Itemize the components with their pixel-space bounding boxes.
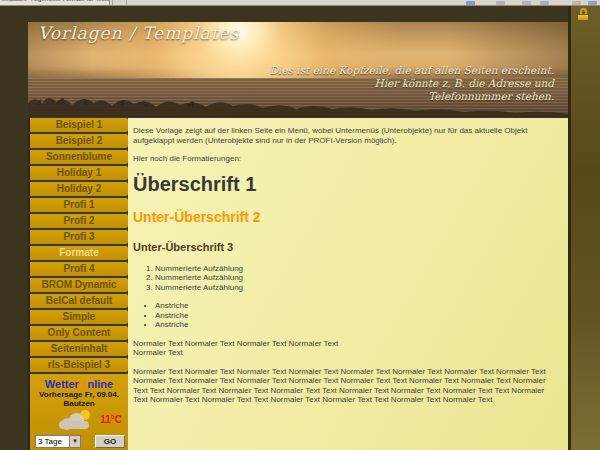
sidebar-item-profi-2[interactable]: Profi 2 — [28, 214, 128, 228]
bullet-list-item: Anstriche — [155, 311, 560, 321]
toolbar-divider — [126, 0, 127, 6]
city-label: Bautzen — [30, 399, 128, 408]
sidebar-item-only-content[interactable]: Only Content — [28, 326, 128, 340]
sidebar-item-profi-1[interactable]: Profi 1 — [28, 198, 128, 212]
normal-text-paragraph: Normaler Text Normaler Text Normaler Tex… — [133, 339, 560, 358]
toolbar-icon[interactable] — [572, 1, 581, 5]
wetteronline-logo[interactable]: WetterOnline — [30, 378, 128, 390]
tagline-line: Telefonnummer stehen. — [270, 90, 554, 103]
range-select-value: 3 Tage — [38, 437, 62, 446]
sidebar-item-holiday-2[interactable]: Holiday 2 — [28, 182, 128, 196]
heading-3: Unter-Überschrift 3 — [133, 241, 560, 254]
logo-text: Wetter — [45, 378, 79, 390]
sidebar-item-sonnenblume[interactable]: Sonnenblume — [28, 150, 128, 164]
toolbar-icon[interactable] — [466, 1, 475, 5]
lock-body — [577, 14, 589, 21]
weather-controls: 3 Tage ▼ GO — [35, 435, 127, 448]
content-right-edge — [568, 6, 571, 450]
cloud-part — [59, 421, 89, 429]
chevron-down-icon[interactable]: ▼ — [69, 436, 80, 447]
numbered-list-item: Nummerierte Aufzählung — [155, 283, 560, 293]
sidebar-item-seiteninhalt[interactable]: Seiteninhalt — [28, 342, 128, 356]
sidebar-item-profi-3[interactable]: Profi 3 — [28, 230, 128, 244]
bullet-list-item: Anstriche — [155, 301, 560, 311]
print-icon[interactable] — [496, 1, 505, 5]
sidebar-item-formate[interactable]: Formate — [28, 246, 128, 260]
screen: emplates - Allgemeine Formate für Texte … — [0, 0, 600, 450]
content-area: Diese Vorlage zeigt auf der linken Seite… — [128, 118, 568, 450]
sidebar-menu: Beispiel 1 Beispiel 2 Sonnenblume Holida… — [28, 118, 128, 374]
sidebar-item-profi-4[interactable]: Profi 4 — [28, 262, 128, 276]
toolbar-divider — [112, 0, 113, 6]
normal-text-line: Normaler Text Normaler Text Normaler Tex… — [133, 339, 338, 348]
long-text-paragraph: Normaler Text Normaler Text Normaler Tex… — [133, 367, 560, 405]
sidebar-item-holiday-1[interactable]: Holiday 1 — [28, 166, 128, 180]
lock-icon — [576, 8, 590, 21]
numbered-list-item: Nummerierte Aufzählung — [155, 264, 560, 274]
browser-toolbar: emplates - Allgemeine Formate für Texte … — [0, 0, 600, 6]
site-title: Vorlagen / Templates — [38, 23, 239, 43]
cloud-sun-icon — [58, 412, 92, 428]
header-tagline: Dies ist eine Kopfzeile, die auf allen S… — [270, 64, 554, 103]
sidebar-item-brom-dynamic[interactable]: BROM Dynamic — [28, 278, 128, 292]
heading-1: Überschrift 1 — [133, 173, 560, 195]
page-background-right — [571, 6, 600, 450]
temperature-value: 11°C — [100, 414, 122, 425]
format-intro-paragraph: Hier noch die Formatierungen: — [133, 154, 560, 164]
weather-condition-row: 11°C — [30, 410, 128, 430]
sidebar-item-rls-beispiel-3[interactable]: rls-Beispiel 3 — [28, 358, 128, 372]
browser-tab[interactable]: emplates - Allgemeine Formate für Texte … — [0, 0, 110, 6]
sidebar-item-simple[interactable]: Simple — [28, 310, 128, 324]
sidebar-item-beispiel-2[interactable]: Beispiel 2 — [28, 134, 128, 148]
numbered-list: Nummerierte Aufzählung Nummerierte Aufzä… — [155, 264, 560, 293]
range-select[interactable]: 3 Tage ▼ — [35, 435, 81, 448]
tagline-line: Hier könnte z. B. die Adresse und — [270, 77, 554, 90]
normal-text-line: Normaler Text — [133, 348, 183, 357]
bullet-list: Anstriche Anstriche Anstriche — [155, 301, 560, 330]
heading-2: Unter-Überschrift 2 — [133, 209, 560, 225]
toolbar-icon[interactable] — [540, 1, 549, 5]
browser-tab-title: emplates - Allgemeine Formate für Texte … — [2, 0, 110, 2]
toolbar-icon[interactable] — [522, 1, 531, 5]
intro-paragraph: Diese Vorlage zeigt auf der linken Seite… — [133, 126, 560, 145]
help-icon[interactable] — [588, 1, 597, 5]
tagline-line: Dies ist eine Kopfzeile, die auf allen S… — [270, 64, 554, 77]
weather-widget: WetterOnline Vorhersage Fr, 09.04. Bautz… — [28, 374, 128, 450]
go-button[interactable]: GO — [95, 435, 125, 448]
header-image: Vorlagen / Templates Dies ist eine Kopfz… — [28, 22, 568, 117]
logo-text: nline — [87, 378, 113, 390]
bullet-list-item: Anstriche — [155, 320, 560, 330]
numbered-list-item: Nummerierte Aufzählung — [155, 273, 560, 283]
sidebar-item-belcal-default[interactable]: BelCal default — [28, 294, 128, 308]
forecast-date-label: Vorhersage Fr, 09.04. — [30, 390, 128, 399]
sidebar-item-beispiel-1[interactable]: Beispiel 1 — [28, 118, 128, 132]
